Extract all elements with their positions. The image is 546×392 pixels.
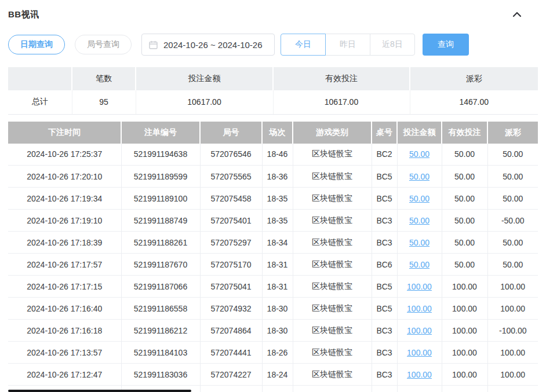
cell-order-id: 521991183036	[121, 364, 200, 386]
cell-empty	[487, 386, 538, 392]
summary-col-valid-bet: 有效投注	[273, 67, 410, 90]
bet-amount-link[interactable]: 50.00	[409, 260, 429, 269]
cell-valid-bet: 50.00	[442, 188, 487, 210]
collapse-button[interactable]	[510, 9, 524, 20]
tab-date-query[interactable]: 日期查询	[8, 35, 65, 54]
col-payout: 派彩	[487, 122, 538, 144]
summary-total-label: 总计	[8, 90, 72, 114]
cell-round-id: 572075170	[200, 254, 262, 276]
cell-session: 18-36	[262, 166, 293, 188]
bet-amount-link[interactable]: 50.00	[409, 149, 429, 159]
panel-title: BB视讯	[8, 9, 39, 20]
cell-round-id: 572075565	[200, 166, 262, 188]
cell-payout: 100.00	[487, 342, 538, 364]
cell-round-id: 572075401	[200, 210, 262, 232]
summary-total-payout: 1467.00	[410, 90, 538, 114]
cell-order-id: 521991188261	[121, 232, 200, 254]
col-game-type: 游戏类别	[293, 122, 372, 144]
cell-table-no: BC5	[372, 298, 397, 320]
cell-empty	[200, 386, 262, 392]
cell-payout: 50.00	[487, 144, 538, 166]
cell-table-no: BC3	[372, 364, 397, 386]
cell-game-type: 区块链骰宝	[293, 166, 372, 188]
horizontal-scrollbar-thumb[interactable]	[8, 390, 191, 392]
cell-order-id: 521991184103	[121, 342, 200, 364]
cell-valid-bet: 100.00	[442, 320, 487, 342]
summary-total-valid-bet: 10617.00	[273, 90, 410, 114]
cell-payout: 50.00	[487, 254, 538, 276]
cell-bet-amount: 100.00	[397, 342, 442, 364]
cell-payout: 100.00	[487, 276, 538, 298]
cell-bet-amount: 100.00	[397, 364, 442, 386]
cell-bet-amount: 50.00	[397, 166, 442, 188]
cell-payout: 50.00	[487, 232, 538, 254]
cell-round-id: 572074864	[200, 320, 262, 342]
cell-payout: 50.00	[487, 188, 538, 210]
cell-bet-amount: 50.00	[397, 144, 442, 166]
col-bet-time: 下注时间	[8, 122, 121, 144]
cell-round-id: 572075297	[200, 232, 262, 254]
quick-range-today[interactable]: 今日	[281, 34, 326, 56]
cell-table-no: BC5	[372, 188, 397, 210]
bet-table-body: 2024-10-26 17:25:37521991194638572076546…	[8, 144, 538, 392]
cell-table-no: BC5	[372, 166, 397, 188]
bet-amount-link[interactable]: 100.00	[407, 370, 432, 379]
table-row: 2024-10-26 17:16:40521991186558572074932…	[8, 298, 538, 320]
panel-titlebar: BB视讯	[8, 0, 538, 20]
cell-bet-amount: 100.00	[397, 298, 442, 320]
date-range-input[interactable]: 2024-10-26 ~ 2024-10-26	[141, 34, 275, 56]
col-session: 场次	[262, 122, 293, 144]
cell-order-id: 521991188749	[121, 210, 200, 232]
cell-payout: 50.00	[487, 166, 538, 188]
summary-total-bet-amount: 10617.00	[136, 90, 273, 114]
cell-empty	[442, 386, 487, 392]
cell-bet-time: 2024-10-26 17:25:37	[8, 144, 121, 166]
bet-amount-link[interactable]: 50.00	[409, 172, 429, 181]
cell-game-type: 区块链骰宝	[293, 232, 372, 254]
cell-bet-amount: 100.00	[397, 320, 442, 342]
bet-amount-link[interactable]: 100.00	[407, 326, 432, 335]
bb-video-panel: BB视讯 日期查询 局号查询 2024-10-26 ~ 2024-10-26 今…	[0, 0, 546, 392]
bet-amount-link[interactable]: 50.00	[409, 194, 429, 203]
cell-game-type: 区块链骰宝	[293, 276, 372, 298]
bet-amount-link[interactable]: 100.00	[407, 304, 432, 313]
cell-valid-bet: 100.00	[442, 342, 487, 364]
tab-round-query[interactable]: 局号查询	[75, 35, 132, 54]
cell-round-id: 572074441	[200, 342, 262, 364]
cell-bet-amount: 50.00	[397, 232, 442, 254]
cell-valid-bet: 50.00	[442, 144, 487, 166]
quick-range-yesterday[interactable]: 昨日	[325, 34, 370, 56]
bet-amount-link[interactable]: 50.00	[409, 238, 429, 247]
cell-valid-bet: 50.00	[442, 166, 487, 188]
cell-empty	[372, 386, 397, 392]
cell-bet-time: 2024-10-26 17:13:57	[8, 342, 121, 364]
date-range-value: 2024-10-26 ~ 2024-10-26	[163, 40, 263, 50]
table-row: 2024-10-26 17:19:34521991189100572075458…	[8, 188, 538, 210]
col-valid-bet: 有效投注	[442, 122, 487, 144]
table-row: 2024-10-26 17:13:57521991184103572074441…	[8, 342, 538, 364]
quick-range-last8days[interactable]: 近8日	[370, 34, 415, 56]
cell-table-no: BC3	[372, 232, 397, 254]
cell-game-type: 区块链骰宝	[293, 364, 372, 386]
table-row: 2024-10-26 17:20:10521991189599572075565…	[8, 166, 538, 188]
table-row: 2024-10-26 17:25:37521991194638572076546…	[8, 144, 538, 166]
cell-table-no: BC3	[372, 320, 397, 342]
bet-amount-link[interactable]: 100.00	[407, 282, 432, 291]
cell-order-id: 521991189100	[121, 188, 200, 210]
cell-bet-time: 2024-10-26 17:19:34	[8, 188, 121, 210]
cell-game-type: 区块链骰宝	[293, 342, 372, 364]
cell-order-id: 521991186558	[121, 298, 200, 320]
cell-empty	[262, 386, 293, 392]
cell-round-id: 572074227	[200, 364, 262, 386]
cell-empty	[397, 386, 442, 392]
cell-payout: -100.00	[487, 320, 538, 342]
cell-valid-bet: 50.00	[442, 210, 487, 232]
cell-session: 18-24	[262, 364, 293, 386]
search-button[interactable]: 查询	[423, 34, 469, 56]
cell-bet-time: 2024-10-26 17:12:47	[8, 364, 121, 386]
bet-amount-link[interactable]: 50.00	[409, 216, 429, 225]
bet-amount-link[interactable]: 100.00	[407, 348, 432, 357]
summary-table: 笔数 投注金额 有效投注 派彩 总计 95 10617.00 10617.00 …	[8, 67, 538, 115]
cell-table-no: BC3	[372, 342, 397, 364]
cell-order-id: 521991189599	[121, 166, 200, 188]
